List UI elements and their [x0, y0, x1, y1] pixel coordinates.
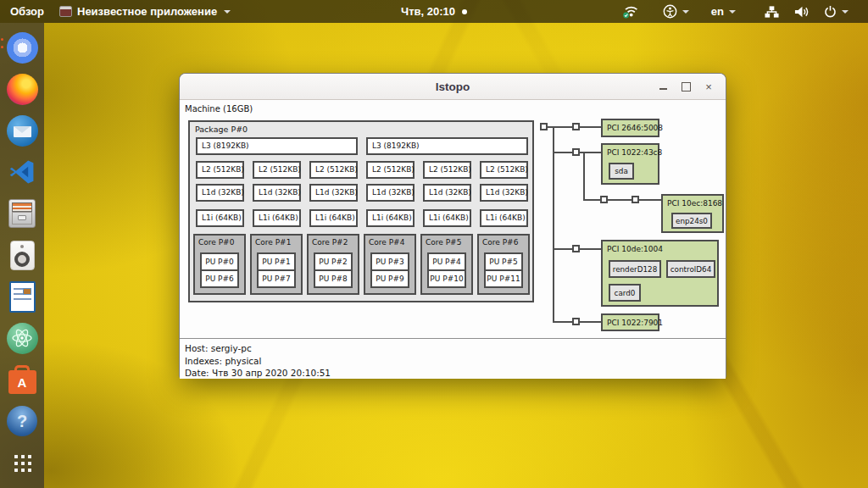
activities-button[interactable]: Обзор — [0, 0, 54, 23]
network-wifi-indicator[interactable] — [615, 0, 647, 23]
help-icon: ? — [7, 406, 37, 436]
pci-connector-line — [583, 152, 585, 201]
os-device-box: controlD64 — [666, 260, 715, 278]
pci-bridge-connector — [572, 123, 580, 130]
maximize-button[interactable] — [676, 76, 696, 97]
pci-bridge-connector — [600, 196, 608, 203]
l1d-cache-box: L1d (32KB) — [253, 184, 301, 202]
vscode-icon — [8, 158, 36, 186]
wired-network-indicator[interactable] — [757, 0, 787, 23]
pci-device-label: PCI 10de:1004 — [607, 245, 663, 253]
show-applications-icon — [13, 453, 31, 472]
keyboard-layout-menu[interactable]: en — [704, 0, 743, 23]
core-label: Core P#2 — [312, 238, 348, 247]
l1d-cache-box: L1d (32KB) — [366, 184, 415, 202]
minimize-icon — [659, 88, 667, 90]
dock-item-atom[interactable] — [5, 321, 39, 355]
app-menu-label: Неизвестное приложение — [77, 5, 217, 18]
window-titlebar[interactable]: lstopo × — [180, 74, 726, 100]
l2-cache-box: L2 (512KB) — [423, 161, 471, 179]
pci-bridge-connector — [572, 245, 580, 252]
dock-item-software[interactable]: A — [5, 363, 39, 396]
dock: A ? — [0, 23, 44, 488]
power-icon — [824, 5, 837, 18]
l2-cache-box: L2 (512KB) — [253, 161, 301, 179]
firefox-icon — [7, 74, 38, 105]
clock-label: Чтв, 20:10 — [401, 5, 455, 18]
pci-device-label: PCI 2646:5008 — [607, 124, 663, 132]
window-title: lstopo — [436, 80, 470, 93]
thunderbird-icon — [7, 115, 38, 147]
l2-cache-box: L2 (512KB) — [366, 161, 415, 179]
core-box: Core P#0 PU P#0PU P#6 — [193, 234, 246, 295]
clock-button[interactable]: Чтв, 20:10 — [392, 0, 476, 23]
pu-box: PU P#5 — [484, 252, 523, 271]
dock-item-vscode[interactable] — [5, 155, 39, 189]
l1i-cache-box: L1i (64KB) — [196, 209, 244, 227]
volume-indicator[interactable] — [787, 0, 816, 23]
dock-item-help[interactable]: ? — [5, 404, 39, 438]
os-device-box: card0 — [609, 284, 641, 302]
pu-box: PU P#0 — [200, 252, 239, 271]
maximize-icon — [682, 82, 691, 92]
pci-bridge-connector — [632, 196, 639, 203]
volume-icon — [794, 5, 809, 19]
pci-device-box: PCI 1022:7901 — [601, 313, 659, 331]
host-label: Host: sergiy-pc — [185, 343, 252, 353]
dock-item-show-applications[interactable] — [5, 446, 39, 480]
indexes-label: Indexes: physical — [185, 356, 261, 366]
package-box: Package P#0 L3 (8192KB) L3 (8192KB) L2 (… — [188, 120, 534, 302]
chevron-down-icon — [729, 10, 736, 14]
pci-connector-line — [583, 199, 661, 201]
app-window-icon — [59, 6, 72, 17]
pu-box: PU P#3 — [370, 252, 409, 271]
pu-box: PU P#4 — [427, 252, 466, 271]
core-box: Core P#1 PU P#1PU P#7 — [250, 234, 303, 295]
chevron-down-icon — [842, 10, 849, 14]
footer-separator — [180, 338, 726, 339]
top-bar: Обзор Неизвестное приложение Чтв, 20:10 — [0, 0, 868, 23]
dock-item-speaker[interactable] — [5, 238, 39, 272]
pci-device-box: PCI 1022:43c8 sda — [601, 143, 659, 185]
core-label: Core P#6 — [482, 238, 518, 247]
l1i-cache-box: L1i (64KB) — [480, 209, 528, 227]
pci-bridge-connector — [572, 148, 580, 156]
app-menu-button[interactable]: Неизвестное приложение — [54, 0, 241, 23]
date-label: Date: Чтв 30 апр 2020 20:10:51 — [185, 368, 331, 378]
pci-device-box: PCI 10ec:8168 enp24s0 — [661, 194, 724, 233]
chromium-running-indicator — [1, 38, 3, 48]
close-button[interactable]: × — [698, 76, 719, 97]
core-box: Core P#4 PU P#3PU P#9 — [364, 234, 416, 295]
dock-item-thunderbird[interactable] — [5, 114, 39, 147]
ubuntu-software-icon: A — [8, 370, 36, 394]
l3-cache-box: L3 (8192KB) — [196, 137, 358, 155]
pu-box: PU P#10 — [427, 269, 466, 288]
pci-device-label: PCI 1022:43c8 — [607, 148, 662, 157]
minimize-button[interactable] — [653, 76, 673, 97]
chevron-down-icon — [224, 10, 231, 14]
accessibility-menu[interactable] — [655, 0, 697, 23]
dock-item-file-cabinet[interactable] — [5, 197, 39, 230]
pu-box: PU P#9 — [370, 269, 409, 288]
speaker-box-icon — [10, 241, 35, 270]
l1d-cache-box: L1d (32KB) — [196, 184, 244, 202]
l3-cache-box: L3 (8192KB) — [366, 137, 528, 155]
l1i-cache-box: L1i (64KB) — [309, 209, 358, 227]
dock-item-firefox[interactable] — [5, 72, 39, 106]
keyboard-layout-label: en — [711, 5, 724, 18]
pu-box: PU P#2 — [314, 252, 353, 271]
dock-item-chromium[interactable] — [5, 30, 39, 64]
core-label: Core P#1 — [255, 238, 291, 247]
pu-box: PU P#7 — [257, 269, 296, 288]
pu-box: PU P#6 — [200, 269, 239, 288]
os-device-box: enp24s0 — [671, 213, 712, 229]
dock-item-writer[interactable] — [5, 280, 39, 313]
notification-dot-icon — [462, 9, 467, 14]
power-menu[interactable] — [816, 0, 856, 23]
l1d-cache-box: L1d (32KB) — [309, 184, 358, 202]
os-device-box: sda — [609, 163, 634, 180]
pci-device-box: PCI 10de:1004 renderD128 controlD64 card… — [601, 240, 719, 307]
pu-box: PU P#11 — [484, 269, 523, 288]
core-box: Core P#5 PU P#4PU P#10 — [420, 234, 473, 295]
libreoffice-writer-icon — [9, 281, 36, 313]
